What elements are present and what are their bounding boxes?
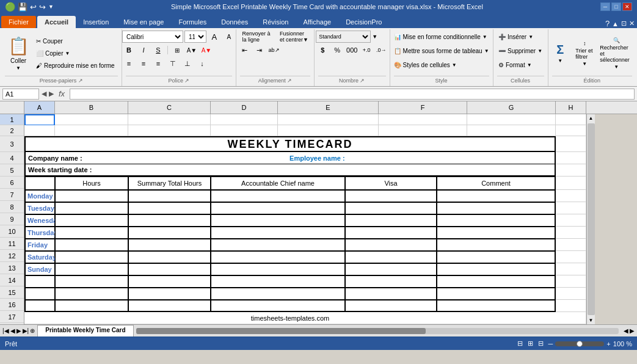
cell-sunday-f[interactable]: [345, 263, 437, 275]
horizontal-scrollbar[interactable]: [134, 325, 621, 337]
cell-b1[interactable]: [55, 114, 128, 125]
number-format-select[interactable]: Standard: [316, 31, 371, 43]
cell-friday-b[interactable]: [55, 239, 128, 251]
tab-formules[interactable]: Formules: [171, 16, 214, 28]
col-header-b[interactable]: B: [55, 101, 128, 114]
cell-h16[interactable]: [556, 300, 586, 312]
cell-d2[interactable]: [211, 125, 278, 136]
row-header-10[interactable]: 10: [0, 225, 24, 238]
table-format-button[interactable]: 📋 Mettre sous forme de tableau ▼: [391, 45, 492, 57]
col-header-e[interactable]: E: [278, 101, 379, 114]
row-header-12[interactable]: 12: [0, 250, 24, 262]
cell-sunday-c[interactable]: [128, 263, 211, 275]
cell-monday-b[interactable]: [55, 190, 128, 202]
row-header-16[interactable]: 16: [0, 299, 24, 311]
cell-b14[interactable]: [55, 275, 128, 288]
cell-h11[interactable]: [556, 239, 586, 251]
row-header-3[interactable]: 3: [0, 136, 24, 152]
minimize-button[interactable]: ─: [600, 2, 610, 11]
help-icon[interactable]: ?: [605, 19, 610, 28]
ribbon-minimize-icon[interactable]: ▲: [612, 20, 619, 27]
sheet-first-button[interactable]: |◀: [2, 327, 9, 334]
col-header-a[interactable]: A: [24, 101, 55, 114]
row-header-2[interactable]: 2: [0, 125, 24, 136]
currency-button[interactable]: $: [316, 44, 329, 56]
cell-friday-a[interactable]: Friday: [24, 239, 55, 251]
copier-button[interactable]: ⬜ Copier ▼: [33, 47, 118, 59]
font-family-select[interactable]: Calibri: [122, 31, 183, 43]
underline-button[interactable]: S: [151, 44, 165, 56]
cell-thursday-b[interactable]: [55, 227, 128, 239]
row-header-7[interactable]: 7: [0, 189, 24, 201]
cell-wednesday-a[interactable]: Wenesday: [24, 214, 55, 227]
cell-b16[interactable]: [55, 300, 128, 312]
cell-thursday-c[interactable]: [128, 227, 211, 239]
conditional-format-button[interactable]: 📊 Mise en forme conditionnelle ▼: [391, 31, 490, 43]
cell-tuesday-e[interactable]: [211, 202, 345, 214]
cell-f16[interactable]: [345, 300, 437, 312]
cell-reference[interactable]: A1: [2, 89, 39, 100]
cell-b2[interactable]: [55, 125, 128, 136]
cell-tuesday-f[interactable]: [345, 202, 437, 214]
number-arrow[interactable]: ▼: [372, 34, 377, 40]
cell-saturday-b[interactable]: [55, 251, 128, 263]
cell-row5[interactable]: Week starting date :: [24, 164, 556, 177]
col-header-d[interactable]: D: [211, 101, 278, 114]
cell-e1[interactable]: [278, 114, 379, 125]
cell-h1[interactable]: [556, 114, 586, 125]
tab-insertion[interactable]: Insertion: [76, 16, 116, 28]
quick-access-save[interactable]: 💾: [18, 2, 27, 12]
cell-h8[interactable]: [556, 202, 586, 214]
cell-h3[interactable]: [556, 136, 586, 152]
header-hours[interactable]: Hours: [55, 177, 128, 190]
col-header-g[interactable]: G: [467, 101, 556, 114]
tab-fichier[interactable]: Fichier: [1, 16, 36, 28]
cell-f1[interactable]: [379, 114, 467, 125]
row-header-6[interactable]: 6: [0, 177, 24, 189]
sheet-tab-active[interactable]: Printable Weekly Time Card: [37, 325, 133, 337]
row-header-17[interactable]: 17: [0, 311, 24, 323]
scroll-down-button[interactable]: ▼: [588, 316, 595, 324]
maximize-button[interactable]: □: [611, 2, 621, 11]
cell-monday-e[interactable]: [211, 190, 345, 202]
tab-affichage[interactable]: Affichage: [296, 16, 338, 28]
decimal-inc-button[interactable]: +.0: [360, 44, 373, 56]
cell-saturday-e[interactable]: [211, 251, 345, 263]
border-button[interactable]: ⊞: [170, 44, 184, 56]
header-accountable[interactable]: Accountable Chief name: [211, 177, 345, 190]
tab-donnees[interactable]: Données: [214, 16, 255, 28]
font-size-select[interactable]: 11: [184, 31, 206, 43]
cell-a2[interactable]: [24, 125, 55, 136]
fill-color-button[interactable]: A▼: [185, 44, 198, 56]
align-bottom-button[interactable]: ↓: [195, 57, 209, 70]
align-center-button[interactable]: ≡: [137, 57, 150, 70]
increase-font-button[interactable]: A: [208, 31, 221, 43]
cell-wednesday-e[interactable]: [211, 214, 345, 227]
cell-monday-a[interactable]: Monday: [24, 190, 55, 202]
cell-a16[interactable]: [24, 300, 55, 312]
cell-b15[interactable]: [55, 288, 128, 300]
format-button[interactable]: ⚙ Format ▼: [495, 59, 535, 71]
decrease-font-button[interactable]: A: [222, 31, 236, 43]
formula-arrow-right[interactable]: ▶: [49, 90, 54, 98]
cell-thursday-f[interactable]: [345, 227, 437, 239]
tab-accueil[interactable]: Accueil: [37, 16, 76, 28]
cell-tuesday-c[interactable]: [128, 202, 211, 214]
row-header-11[interactable]: 11: [0, 238, 24, 250]
zoom-out-button[interactable]: ─: [548, 340, 553, 348]
cell-row4[interactable]: Company name : Employee name :: [24, 152, 556, 164]
trier-button[interactable]: ↕ Trier et filtrer ▼: [573, 36, 595, 70]
view-layout-icon[interactable]: ⊞: [528, 340, 533, 348]
cell-title-row[interactable]: WEEKLY TIMECARD: [24, 136, 556, 152]
cell-friday-f[interactable]: [345, 239, 437, 251]
sigma-button[interactable]: Σ ▼: [549, 36, 571, 70]
cell-friday-g[interactable]: [437, 239, 556, 251]
cell-wednesday-c[interactable]: [128, 214, 211, 227]
reproduire-button[interactable]: 🖌 Reproduire mise en forme: [33, 59, 118, 71]
cell-wednesday-g[interactable]: [437, 214, 556, 227]
zoom-thumb[interactable]: [577, 341, 583, 347]
scroll-track-h[interactable]: [136, 328, 619, 334]
cell-e2[interactable]: [278, 125, 379, 136]
cell-c16[interactable]: [128, 300, 211, 312]
cell-saturday-c[interactable]: [128, 251, 211, 263]
